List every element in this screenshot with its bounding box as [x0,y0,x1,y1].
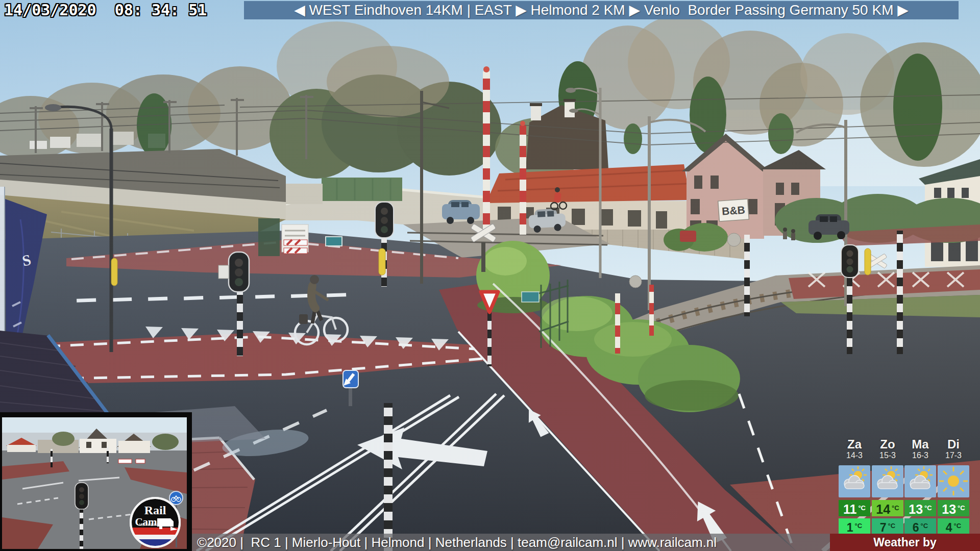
weather-day-column: Zo 15-3 14°C 7°C [872,438,903,534]
high-temp: 11°C [839,500,870,516]
high-temp: 13°C [904,500,936,516]
weather-icon-tile [938,465,969,497]
weather-date: 14-3 [839,451,870,460]
weather-icon-tile [872,465,903,497]
sunny-icon [938,465,969,497]
pip-camera-view: Rail Cam NETHERLANDS [0,412,192,551]
weather-day-column: Di 17-3 13°C 4°C [938,438,969,534]
weather-date: 15-3 [872,451,903,460]
partly-cloudy-icon [872,465,903,497]
weather-day-column: Ma 16-3 13°C 6°C [904,438,936,534]
low-temp: 6°C [904,518,936,534]
svg-text:NETHERLANDS: NETHERLANDS [139,523,171,527]
weather-date: 16-3 [904,451,936,460]
timestamp-overlay: 14/03/2020 08: 34: 51 [4,0,207,20]
copyright-bar: ©2020 | RC 1 | Mierlo-Hout | Helmond | N… [168,534,831,551]
pip-scene: Rail Cam NETHERLANDS [2,417,187,549]
low-temp: 7°C [872,518,903,534]
weather-icon-tile [904,465,936,497]
weather-attribution: Weather by Meteoblue.com [830,534,980,551]
railcam-stream: B&B [0,0,980,551]
railcam-logo: Rail Cam NETHERLANDS [130,497,181,548]
svg-text:Rail: Rail [144,504,166,517]
weather-day-label: Za [839,438,870,451]
high-temp: 13°C [938,500,969,516]
partly-cloudy-icon [904,465,936,497]
weather-day-column: Za 14-3 11°C 1°C [839,438,870,534]
weather-day-label: Ma [904,438,936,451]
partly-cloudy-icon [839,465,870,497]
weather-day-label: Di [938,438,969,451]
direction-banner: ◀ WEST Eindhoven 14KM | EAST ▶ Helmond 2… [244,1,959,19]
low-temp: 1°C [839,518,870,534]
weather-date: 17-3 [938,451,969,460]
weather-icon-tile [839,465,870,497]
weather-day-label: Zo [872,438,903,451]
high-temp: 14°C [872,500,903,516]
low-temp: 4°C [938,518,969,534]
